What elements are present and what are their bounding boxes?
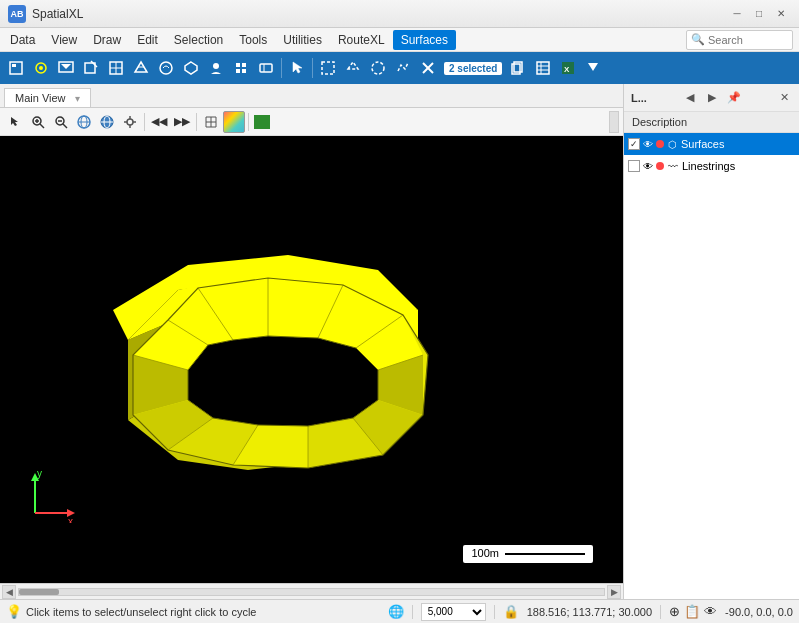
menu-selection[interactable]: Selection <box>166 30 231 50</box>
toolbar-copy[interactable] <box>506 56 530 80</box>
panel-pin-btn[interactable]: 📌 <box>724 88 744 108</box>
scroll-right-arrow[interactable]: ▶ <box>607 585 621 599</box>
vt-back[interactable]: ◀◀ <box>148 111 170 133</box>
toolbar-btn-6[interactable] <box>129 56 153 80</box>
layer-dot-1 <box>656 162 664 170</box>
search-input[interactable] <box>708 34 788 46</box>
toolbar-btn-7[interactable] <box>154 56 178 80</box>
toolbar-excel[interactable]: X <box>556 56 580 80</box>
svg-marker-22 <box>348 62 358 69</box>
menu-view[interactable]: View <box>43 30 85 50</box>
toolbar-select-2[interactable] <box>341 56 365 80</box>
menu-bar: Data View Draw Edit Selection Tools Util… <box>0 28 799 52</box>
toolbar-btn-4[interactable] <box>79 56 103 80</box>
main-toolbar: 2 selected X <box>0 52 799 84</box>
panel-close-btn[interactable]: ✕ <box>775 88 795 108</box>
app-icon: AB <box>8 5 26 23</box>
x-label: x <box>68 516 73 523</box>
scroll-track[interactable] <box>18 588 605 596</box>
svg-text:X: X <box>564 65 570 74</box>
status-eye-icon[interactable]: 👁 <box>704 604 717 619</box>
toolbar-table[interactable] <box>531 56 555 80</box>
vt-forward[interactable]: ▶▶ <box>171 111 193 133</box>
h-scrollbar[interactable]: ◀ ▶ <box>0 583 623 599</box>
svg-rect-18 <box>242 69 246 73</box>
close-button[interactable]: ✕ <box>771 6 791 22</box>
menu-routexl[interactable]: RouteXL <box>330 30 393 50</box>
status-icon-2[interactable]: 📋 <box>684 604 700 619</box>
svg-point-48 <box>127 119 133 125</box>
vt-globe-1[interactable] <box>73 111 95 133</box>
maximize-button[interactable]: □ <box>749 6 769 22</box>
panel-nav-forward[interactable]: ▶ <box>702 88 722 108</box>
menu-utilities[interactable]: Utilities <box>275 30 330 50</box>
layer-row-1[interactable]: 👁〰Linestrings <box>624 155 799 177</box>
window-controls: ─ □ ✕ <box>727 6 791 22</box>
toolbar-cursor[interactable] <box>285 56 309 80</box>
toolbar-btn-11[interactable] <box>254 56 278 80</box>
menu-draw[interactable]: Draw <box>85 30 129 50</box>
vt-color-picker[interactable] <box>223 111 245 133</box>
layer-geo-icon-1: 〰 <box>668 161 678 172</box>
svg-line-40 <box>63 124 67 128</box>
vt-flag[interactable] <box>254 115 270 129</box>
status-view-angle: -90.0, 0.0, 0.0 <box>725 606 793 618</box>
zoom-group: 5,000 <box>421 603 486 621</box>
tab-close-btn[interactable]: ▾ <box>75 93 80 104</box>
menu-data[interactable]: Data <box>2 30 43 50</box>
toolbar-btn-8[interactable] <box>179 56 203 80</box>
minimize-button[interactable]: ─ <box>727 6 747 22</box>
status-bar: 💡 Click items to select/unselect right c… <box>0 599 799 623</box>
toolbar-btn-9[interactable] <box>204 56 228 80</box>
zoom-select[interactable]: 5,000 <box>421 603 486 621</box>
toolbar-btn-1[interactable] <box>4 56 28 80</box>
svg-line-36 <box>40 124 44 128</box>
toolbar-select-x[interactable] <box>416 56 440 80</box>
menu-edit[interactable]: Edit <box>129 30 166 50</box>
menu-surfaces[interactable]: Surfaces <box>393 30 456 50</box>
svg-rect-15 <box>236 63 240 67</box>
layer-eye-1[interactable]: 👁 <box>642 160 654 172</box>
svg-rect-0 <box>10 62 22 74</box>
toolbar-btn-5[interactable] <box>104 56 128 80</box>
vt-globe-2[interactable] <box>96 111 118 133</box>
layer-name-1: Linestrings <box>682 160 735 172</box>
y-label: y <box>37 468 42 479</box>
status-icon-1[interactable]: ⊕ <box>669 604 680 619</box>
toolbar-select-1[interactable] <box>316 56 340 80</box>
toolbar-dropdown[interactable] <box>581 56 605 80</box>
vt-cursor[interactable] <box>4 111 26 133</box>
status-end-icons: ⊕ 📋 👁 -90.0, 0.0, 0.0 <box>669 604 793 619</box>
menu-tools[interactable]: Tools <box>231 30 275 50</box>
layer-eye-0[interactable]: 👁 <box>642 138 654 150</box>
toolbar-separator-2 <box>312 58 313 78</box>
vt-grid[interactable] <box>200 111 222 133</box>
canvas-area[interactable]: y x 100m <box>0 136 623 583</box>
toolbar-btn-3[interactable] <box>54 56 78 80</box>
main-area: Main View ▾ ◀◀ <box>0 84 799 599</box>
vt-zoom-in[interactable] <box>27 111 49 133</box>
svg-point-3 <box>39 66 43 70</box>
toolbar-btn-2[interactable] <box>29 56 53 80</box>
svg-rect-1 <box>12 64 16 67</box>
status-globe-icon: 🌐 <box>388 604 404 619</box>
toolbar-select-3[interactable] <box>366 56 390 80</box>
title-bar: AB SpatialXL ─ □ ✕ <box>0 0 799 28</box>
scroll-thumb[interactable] <box>19 589 59 595</box>
scroll-left-arrow[interactable]: ◀ <box>2 585 16 599</box>
vt-settings[interactable] <box>119 111 141 133</box>
vt-sep-2 <box>196 113 197 131</box>
inner-cutout <box>188 336 378 426</box>
scale-label: 100m <box>471 547 499 559</box>
vt-zoom-out[interactable] <box>50 111 72 133</box>
panel-nav-back[interactable]: ◀ <box>680 88 700 108</box>
sb-sep-2 <box>494 605 495 619</box>
toolbar-btn-10[interactable] <box>229 56 253 80</box>
menu-search-box[interactable]: 🔍 <box>686 30 793 50</box>
selected-badge: 2 selected <box>444 62 502 75</box>
toolbar-select-4[interactable] <box>391 56 415 80</box>
layer-check-1[interactable] <box>628 160 640 172</box>
layer-check-0[interactable] <box>628 138 640 150</box>
main-view-tab[interactable]: Main View ▾ <box>4 88 91 107</box>
layer-row-0[interactable]: 👁⬡Surfaces <box>624 133 799 155</box>
